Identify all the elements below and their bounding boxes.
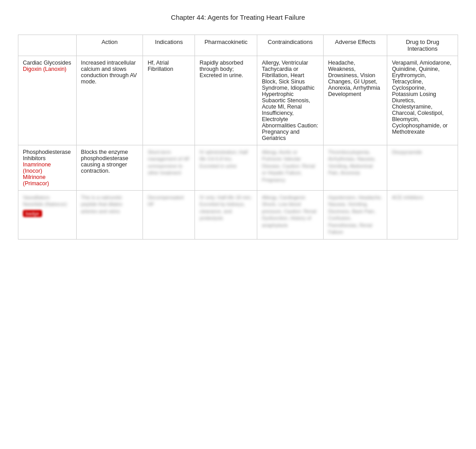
- header-indications: Indications: [143, 35, 195, 56]
- drug-name-2b: Milrinone (Primacor): [23, 174, 72, 187]
- ddi-cell-1: Verapamil, Amiodarone, Quinidine, Quinin…: [387, 56, 458, 145]
- drug-class-cell-3: Vasodilators Nesiritide (Natrecor) badge: [18, 191, 77, 240]
- header-contraindications: Contraindications: [257, 35, 324, 56]
- pharma-blurred-2: IV administration; Half life 3.6-5.8 hrs…: [199, 149, 248, 169]
- drug-class-cell: Cardiac Glycosides Digoxin (Lanoxin): [18, 56, 77, 145]
- ddi-blurred-2: Disopyramide: [392, 149, 422, 155]
- action-cell-1: Increased intracellular calcium and slow…: [76, 56, 143, 145]
- contra-cell-1: Allergy, Ventricular Tachycardia or Fibr…: [257, 56, 324, 145]
- pharma-cell-1: Rapidly absorbed through body; Excreted …: [195, 56, 257, 145]
- drug-name-3: Nesiritide (Natrecor): [23, 201, 72, 208]
- drug-class-label-3: Vasodilators: [23, 195, 50, 200]
- header-ddi: Drug to DrugInteractions: [387, 35, 458, 56]
- contra-cell-2: Allergy, Aortic or Pulmonic Valvular Dis…: [257, 145, 324, 191]
- drug-name-1: Digoxin (Lanoxin): [23, 66, 72, 72]
- drug-class-label-2: Phosphodiesterase Inhibitors: [23, 149, 71, 161]
- adverse-cell-3: Hypotension, Headache, Nausea, Vomiting,…: [323, 191, 387, 240]
- header-pharmacokinetic: Pharmacokinetic: [195, 35, 257, 56]
- pharma-blurred-3: IV only; Half-life 18 min; Excreted by k…: [199, 195, 251, 221]
- contra-blurred-3: Allergy, Cardiogenic Shock, Low blood pr…: [262, 195, 316, 228]
- page-title: Chapter 44: Agents for Treating Heart Fa…: [9, 9, 467, 26]
- action-cell-2: Blocks the enzyme phosphodiesterase caus…: [76, 145, 143, 191]
- red-badge: badge: [23, 210, 42, 217]
- contra-blurred-2: Allergy, Aortic or Pulmonic Valvular Dis…: [262, 149, 315, 183]
- pharma-cell-3: IV only; Half-life 18 min; Excreted by k…: [195, 191, 257, 240]
- header-adverse-effects: Adverse Effects: [323, 35, 387, 56]
- table-wrapper: Action Indications Pharmacokinetic Contr…: [18, 35, 458, 240]
- adverse-cell-2: Thrombocytopenia, Arrhythmias, Nausea, V…: [323, 145, 387, 191]
- main-table: Action Indications Pharmacokinetic Contr…: [18, 35, 458, 240]
- indications-blurred-3: Decompensated HF: [147, 195, 183, 207]
- indications-cell-2: Short-term management of HF unresponsive…: [143, 145, 195, 191]
- ddi-cell-3: ACE inhibitors: [387, 191, 458, 240]
- indications-cell-1: Hf, Atrial Fibrillation: [143, 56, 195, 145]
- ddi-cell-2: Disopyramide: [387, 145, 458, 191]
- header-action: Action: [76, 35, 143, 56]
- adverse-cell-1: Headache, Weakness, Drowsiness, Vision C…: [323, 56, 387, 145]
- header-drug: [18, 35, 77, 56]
- action-cell-3: This is a natriuretic peptide that dilat…: [76, 191, 143, 240]
- drug-class-cell-2: Phosphodiesterase Inhibitors Inamrinone …: [18, 145, 77, 191]
- ddi-blurred-3: ACE inhibitors: [392, 195, 423, 200]
- adverse-blurred-3: Hypotension, Headache, Nausea, Vomiting,…: [328, 195, 382, 235]
- contra-cell-3: Allergy, Cardiogenic Shock, Low blood pr…: [257, 191, 324, 240]
- action-blurred-3: This is a natriuretic peptide that dilat…: [81, 195, 122, 214]
- table-row: Cardiac Glycosides Digoxin (Lanoxin) Inc…: [18, 56, 458, 145]
- indications-cell-3: Decompensated HF: [143, 191, 195, 240]
- page: Chapter 44: Agents for Treating Heart Fa…: [0, 0, 476, 449]
- drug-class-label: Cardiac Glycosides: [23, 60, 71, 66]
- adverse-blurred-2: Thrombocytopenia, Arrhythmias, Nausea, V…: [328, 149, 376, 175]
- indications-blurred-2: Short-term management of HF unresponsive…: [147, 149, 190, 175]
- table-row: Vasodilators Nesiritide (Natrecor) badge…: [18, 191, 458, 240]
- pharma-cell-2: IV administration; Half life 3.6-5.8 hrs…: [195, 145, 257, 191]
- drug-name-2a: Inamrinone (Inocor): [23, 161, 72, 174]
- table-row: Phosphodiesterase Inhibitors Inamrinone …: [18, 145, 458, 191]
